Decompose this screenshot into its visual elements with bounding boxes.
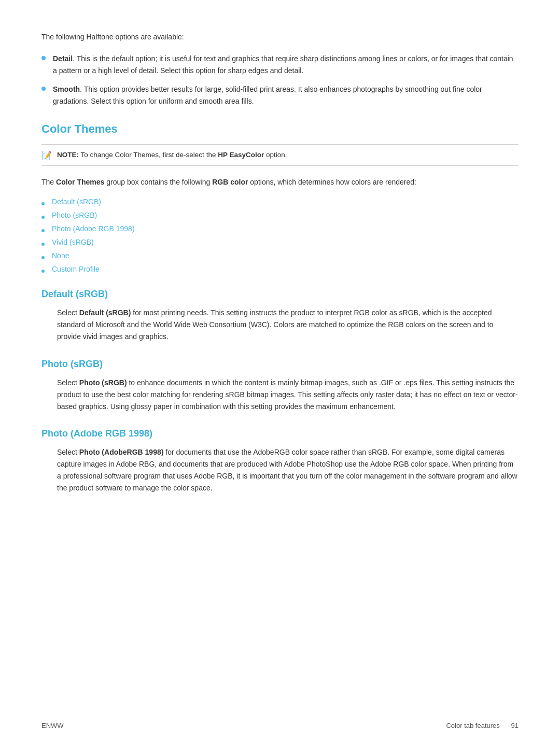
photo-adobe-select: Select [57,448,79,456]
body-text-1: The [41,178,56,186]
bullet-smooth: Smooth. This option provides better resu… [41,83,519,107]
footer-right: Color tab features 91 [446,722,519,729]
note-box: 📝 NOTE: To change Color Themes, first de… [41,144,519,166]
link-photo-adobe[interactable]: Photo (Adobe RGB 1998) [52,224,135,233]
note-text: NOTE: To change Color Themes, first de-s… [57,150,287,160]
photo-adobe-term: Photo (AdobeRGB 1998) [79,448,164,456]
note-end: option. [266,151,287,159]
note-label: NOTE: [57,151,79,159]
link-dot-photo-srgb [41,216,45,219]
bullet-detail-term: Detail [53,54,73,63]
link-dot-none [41,256,45,259]
body-text-3: options, which determines how colors are… [250,178,416,186]
link-vivid-srgb[interactable]: Vivid (sRGB) [52,238,94,246]
bullet-dot-smooth [41,87,46,91]
photo-srgb-section: Select Photo (sRGB) to enhance documents… [41,377,519,413]
link-item-photo-adobe: Photo (Adobe RGB 1998) [41,224,519,233]
link-item-vivid: Vivid (sRGB) [41,238,519,246]
intro-halftone-text: The following Halftone options are avail… [41,31,519,43]
bullet-detail-text: Detail. This is the default option; it i… [53,53,519,76]
link-custom-profile[interactable]: Custom Profile [52,265,100,273]
bullet-smooth-text: Smooth. This option provides better resu… [53,83,519,107]
default-srgb-body: Select Default (sRGB) for most printing … [57,307,519,343]
link-dot-custom-profile [41,270,45,273]
default-srgb-term: Default (sRGB) [79,308,131,317]
page-footer: ENWW Color tab features 91 [0,722,560,729]
color-links-list: Default (sRGB) Photo (sRGB) Photo (Adobe… [41,198,519,273]
photo-adobe-body: Select Photo (AdobeRGB 1998) for documen… [57,446,519,494]
photo-srgb-body: Select Photo (sRGB) to enhance documents… [57,377,519,413]
note-hp-easycolor: HP EasyColor [218,151,264,159]
link-none[interactable]: None [52,251,69,260]
rgb-color-bold: RGB color [212,178,248,186]
color-themes-bold: Color Themes [56,178,104,186]
link-default-srgb[interactable]: Default (sRGB) [52,198,101,206]
body-text-2: group box contains the following [106,178,212,186]
link-photo-srgb[interactable]: Photo (sRGB) [52,211,97,219]
default-srgb-section: Select Default (sRGB) for most printing … [41,307,519,343]
note-body: To change Color Themes, first de-select … [81,151,218,159]
default-srgb-heading: Default (sRGB) [41,289,519,300]
bullet-dot-detail [41,56,46,60]
photo-adobe-section: Select Photo (AdobeRGB 1998) for documen… [41,446,519,494]
color-themes-body: The Color Themes group box contains the … [41,176,519,188]
default-srgb-select: Select [57,308,79,317]
photo-adobe-heading: Photo (Adobe RGB 1998) [41,428,519,439]
link-dot-default [41,202,45,205]
link-item-none: None [41,251,519,260]
bullet-smooth-term: Smooth [53,85,80,93]
footer-left: ENWW [41,722,64,729]
link-item-photo-srgb: Photo (sRGB) [41,211,519,219]
bullet-detail: Detail. This is the default option; it i… [41,53,519,76]
footer-spacer [501,722,509,729]
halftone-bullet-list: Detail. This is the default option; it i… [41,53,519,107]
link-dot-vivid [41,243,45,246]
link-item-default: Default (sRGB) [41,198,519,206]
note-icon: 📝 [41,150,52,160]
photo-srgb-select: Select [57,378,79,387]
photo-srgb-heading: Photo (sRGB) [41,359,519,370]
photo-srgb-term: Photo (sRGB) [79,378,127,387]
link-item-custom-profile: Custom Profile [41,265,519,273]
color-themes-heading: Color Themes [41,122,519,136]
link-dot-photo-adobe [41,229,45,232]
